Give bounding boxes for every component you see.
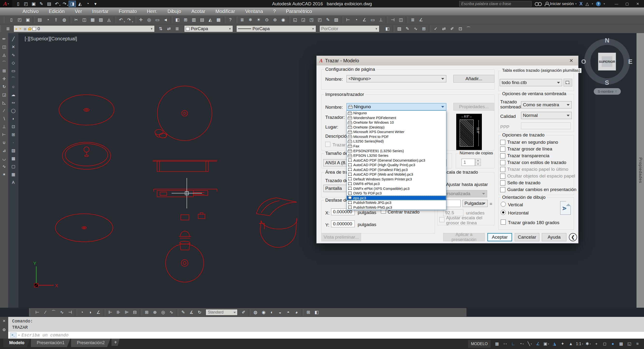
join-icon[interactable]: ∪ <box>0 139 8 147</box>
toolbar-grip[interactable] <box>0 25 2 32</box>
model-space-button[interactable]: MODELO <box>468 340 490 348</box>
compass-west[interactable]: O <box>581 58 586 65</box>
copy-clip-icon[interactable]: ◫ <box>80 16 88 23</box>
layer-states-icon[interactable]: ≣ <box>238 16 246 23</box>
scale-combo[interactable]: Personalizada <box>439 190 487 197</box>
printer-dropdown-item[interactable]: AutoCAD PDF (General Documentation).pc3 <box>347 158 446 163</box>
array-edit-icon[interactable]: ⊞ <box>420 25 428 32</box>
zoom-realtime-icon[interactable]: ◎ <box>145 16 153 23</box>
plot-option-row[interactable]: Trazar en segundo plano <box>500 139 573 146</box>
visual-styles-icon[interactable]: ◧ <box>312 309 321 316</box>
plot-icon[interactable]: ▤ <box>36 16 44 23</box>
recent-commands-icon[interactable]: ▾ <box>18 334 20 337</box>
isolate-objects-icon[interactable]: ◻ <box>600 340 609 348</box>
plot-dialog-titlebar[interactable]: A Trazar - Modelo ✕ <box>316 56 578 65</box>
undo-icon[interactable]: ↶ <box>117 16 125 23</box>
printer-dropdown-item[interactable]: EPSON2FEE91 (L3250 Series) <box>347 148 446 153</box>
scale-icon[interactable]: ◲ <box>0 91 8 99</box>
bring-above-icon[interactable]: ◳ <box>308 16 316 23</box>
annotation-visibility-icon[interactable]: ◮ <box>550 340 558 348</box>
inspection-icon[interactable]: ◎ <box>159 309 167 316</box>
angle-info-icon[interactable]: ∠ <box>417 16 425 23</box>
explode-icon[interactable]: ✶ <box>0 171 8 178</box>
compass-south[interactable]: S <box>605 79 609 86</box>
dim-aligned-icon[interactable]: ∕ <box>41 309 50 316</box>
help-button[interactable]: Ayuda <box>542 233 566 241</box>
workspace-switching-icon[interactable]: ✱ <box>584 340 592 348</box>
sheet-list-icon[interactable]: ≣ <box>409 16 417 23</box>
ucs-selector[interactable]: S-nombre ▽ <box>594 88 621 95</box>
stretch-icon[interactable]: ◺ <box>0 99 8 107</box>
dim-continue-icon[interactable]: ⊪ <box>114 309 122 316</box>
dim-angular-icon[interactable]: ∠ <box>94 309 102 316</box>
dim-style-icon[interactable]: ✐ <box>240 309 248 316</box>
publish-icon[interactable]: ⇪ <box>52 16 60 23</box>
qat-more-icon[interactable]: ▾ <box>92 1 99 7</box>
construction-line-icon[interactable]: ✕ <box>10 43 17 51</box>
toolbar-icon[interactable] <box>114 16 116 23</box>
dim-linear-icon[interactable]: ⊢ <box>33 309 41 316</box>
qat-saveas-icon[interactable]: ✎ <box>38 1 45 7</box>
plot-option-row[interactable]: Sello de trazado <box>500 179 573 186</box>
toolbar-icon[interactable] <box>32 16 35 23</box>
menu-item[interactable]: Herr. <box>142 9 162 14</box>
markup-icon[interactable]: ✐ <box>448 25 456 32</box>
jogged-linear-icon[interactable]: ∿ <box>167 309 176 316</box>
dimension-tool-icon[interactable] <box>140 309 142 316</box>
hardware-acceleration-icon[interactable]: ▩ <box>617 340 625 348</box>
dim-edit-icon[interactable]: ✎ <box>179 309 187 316</box>
dim-update-icon[interactable]: ↻ <box>196 309 204 316</box>
restore-button[interactable]: ▢ <box>622 0 632 7</box>
polar-tracking-icon[interactable]: ◔ <box>517 340 526 348</box>
properties-palette-icon[interactable]: ◧ <box>173 16 182 23</box>
dpi-input[interactable] <box>521 122 571 129</box>
compass-east[interactable]: E <box>628 58 632 65</box>
redo-icon[interactable]: ↷ <box>125 16 133 23</box>
qat-save-icon[interactable]: ▣ <box>30 1 37 7</box>
dim-diameter-icon[interactable]: ◑ <box>86 309 94 316</box>
rotate-icon[interactable]: ↻ <box>0 83 8 91</box>
printer-dropdown-item[interactable]: Microsoft XPS Document Writer <box>347 129 446 134</box>
menu-item[interactable]: Ventana <box>240 9 268 14</box>
toolbar-icon[interactable] <box>341 16 343 23</box>
command-input[interactable]: >_ ▾ Escriba un comando <box>8 331 644 339</box>
printer-properties-button[interactable]: Propiedades... <box>453 103 494 111</box>
qat-workspace-icon[interactable]: ◨ <box>69 1 76 7</box>
tool-palettes-icon[interactable]: ▥ <box>190 16 198 23</box>
plot-to-file-checkbox[interactable] <box>325 142 330 147</box>
dim-jogged-icon[interactable]: ∿ <box>58 309 66 316</box>
autodesk-exchange-icon[interactable]: X <box>580 1 582 6</box>
annotation-autoscale-icon[interactable]: ✦ <box>558 340 567 348</box>
printer-name-combo[interactable]: Ninguno <box>346 103 446 110</box>
spell-check-icon[interactable]: ✎ <box>324 16 332 23</box>
tab-presentacion1[interactable]: Presentación1 <box>31 339 70 347</box>
layer-combo[interactable]: ● ☀ ▣ 0 ▼ <box>14 25 155 32</box>
layer-match-icon[interactable]: ⇄ <box>165 25 173 32</box>
render-tool-icon[interactable] <box>248 309 250 316</box>
polyline-edit-icon[interactable]: ✎ <box>403 25 412 32</box>
edit-tool-icon[interactable] <box>392 25 394 32</box>
printer-dropdown-item[interactable]: DWFx ePlot (XPS Compatible).pc3 <box>347 186 446 191</box>
dim-style-combo[interactable]: Standard <box>206 309 238 316</box>
break-icon[interactable]: ⊢ <box>0 131 8 139</box>
revision-cloud-icon[interactable]: ☁ <box>10 91 17 99</box>
toolbar-icon[interactable] <box>288 16 290 23</box>
dimension-tool-icon[interactable] <box>75 309 77 316</box>
dim-arc-length-icon[interactable]: ⌒ <box>50 309 58 316</box>
toolbar-grip[interactable] <box>30 309 32 316</box>
qat-preview-icon[interactable]: ◔ <box>84 1 91 7</box>
menu-item[interactable]: Edición <box>44 9 70 14</box>
cut-icon[interactable]: ✂ <box>72 16 80 23</box>
circle-icon[interactable]: ○ <box>10 83 17 91</box>
printer-dropdown-item[interactable]: DWF6 ePlot.pc3 <box>347 181 446 186</box>
object-snap-icon[interactable]: ▣ <box>542 340 550 348</box>
minimize-button[interactable]: — <box>611 0 622 7</box>
table-icon[interactable]: ▦ <box>10 171 17 178</box>
plot-option-row[interactable]: Ocultar objetos del espacio papel <box>500 173 573 179</box>
pen-table-combo[interactable]: todo fino.ctb <box>500 79 562 86</box>
plot-option-row[interactable]: Trazar espacio papel lo último <box>500 166 573 173</box>
render-quality-icon[interactable]: ◕ <box>292 309 300 316</box>
save-icon[interactable]: ▣ <box>24 16 32 23</box>
dim-spacing-icon[interactable]: ⊫ <box>122 309 131 316</box>
cancel-button[interactable]: Cancelar <box>515 233 539 241</box>
